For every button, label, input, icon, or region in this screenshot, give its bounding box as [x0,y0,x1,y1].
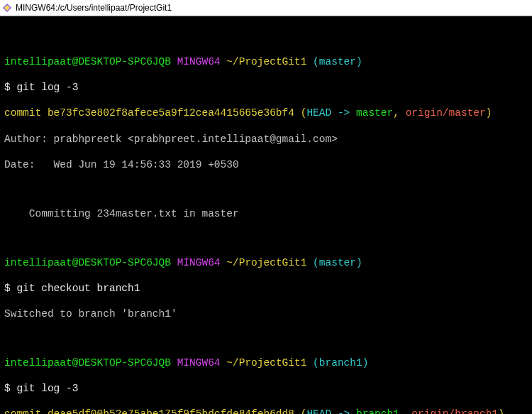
terminal-output[interactable]: intellipaat@DESKTOP-SPC6JQB MINGW64 ~/Pr… [0,16,532,414]
command-line: $ git checkout branch1 [4,282,528,295]
command-line: $ git log -3 [4,81,528,94]
command-line: $ git log -3 [4,382,528,395]
commit-line: commit be73fc3e802f8afece5a9f12cea441566… [4,107,528,119]
prompt-line: intellipaat@DESKTOP-SPC6JQB MINGW64 ~/Pr… [4,55,528,68]
window-title: MINGW64:/c/Users/intellipaat/ProjectGit1 [16,3,172,13]
prompt-line: intellipaat@DESKTOP-SPC6JQB MINGW64 ~/Pr… [4,256,528,269]
output-line: Switched to branch 'branch1' [4,307,528,320]
author-line: Author: prabhpreetk <prabhpreet.intellip… [4,133,528,146]
commit-message: Committing 234master.txt in master [4,207,528,220]
window-titlebar[interactable]: MINGW64:/c/Users/intellipaat/ProjectGit1 [0,0,532,16]
prompt-line: intellipaat@DESKTOP-SPC6JQB MINGW64 ~/Pr… [4,356,528,369]
app-icon [3,4,11,12]
date-line: Date: Wed Jun 19 14:56:33 2019 +0530 [4,158,528,171]
commit-line: commit deae5df00b52e75abe175f9f5bdcfde84… [4,408,528,414]
